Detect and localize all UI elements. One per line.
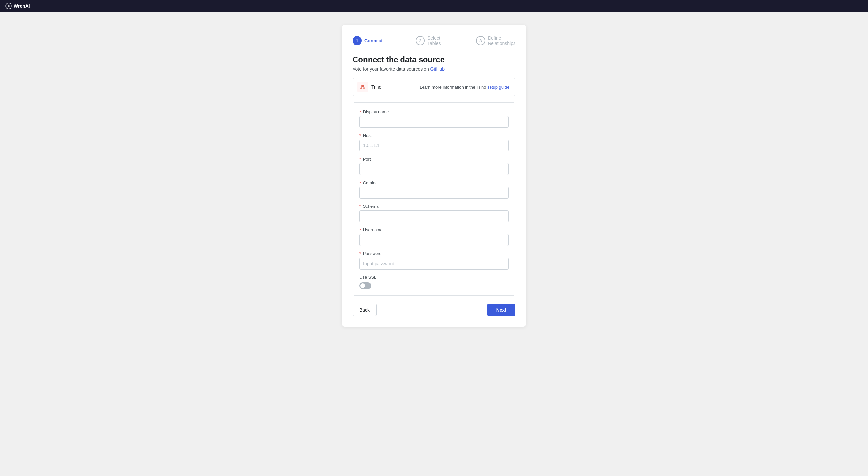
username-input[interactable] <box>360 234 508 246</box>
display-name-required-marker: * <box>360 109 361 114</box>
step-1-circle: 1 <box>352 36 362 45</box>
stepper: 1 Connect 2 Select Tables 3 Define Relat… <box>352 35 516 46</box>
connector-name: Trino <box>371 84 381 90</box>
svg-point-1 <box>362 85 364 87</box>
display-name-input[interactable] <box>360 116 508 128</box>
connector-selector: Trino Learn more information in the Trin… <box>352 78 516 96</box>
username-label: * Username <box>360 228 508 232</box>
catalog-label: * Catalog <box>360 180 508 185</box>
app-logo: WrenAI <box>5 3 30 9</box>
host-group: * Host <box>360 133 508 151</box>
step-divider-2 <box>446 41 473 41</box>
catalog-required-marker: * <box>360 180 361 185</box>
connector-help-prefix: Learn more information in the Trino <box>420 85 487 90</box>
connector-help: Learn more information in the Trino setu… <box>420 85 510 90</box>
svg-point-3 <box>363 87 365 89</box>
password-label: * Password <box>360 251 508 256</box>
password-group: * Password <box>360 251 508 270</box>
step-3: 3 Define Relationships <box>476 35 516 46</box>
trino-icon <box>358 82 368 92</box>
step-2-label: Select Tables <box>427 35 443 46</box>
schema-input[interactable] <box>360 210 508 222</box>
github-link[interactable]: GitHub. <box>430 66 446 72</box>
step-1-label: Connect <box>364 38 383 43</box>
setup-guide-link[interactable]: setup guide. <box>487 85 510 90</box>
host-required-marker: * <box>360 133 361 138</box>
ssl-toggle-slider <box>360 282 371 289</box>
schema-group: * Schema <box>360 204 508 222</box>
page-content: 1 Connect 2 Select Tables 3 Define Relat… <box>0 12 868 476</box>
ssl-toggle[interactable] <box>360 282 371 289</box>
step-2-number: 2 <box>419 38 421 43</box>
ssl-label: Use SSL <box>360 275 508 280</box>
step-divider-1 <box>385 41 413 41</box>
display-name-group: * Display name <box>360 109 508 128</box>
topbar: WrenAI <box>0 0 868 12</box>
wrenai-logo-icon <box>5 3 12 9</box>
connector-info: Trino <box>358 82 381 92</box>
trino-logo-icon <box>359 83 366 91</box>
display-name-label: * Display name <box>360 109 508 114</box>
step-3-label: Define Relationships <box>488 35 516 46</box>
page-title: Connect the data source <box>352 55 516 64</box>
connection-form: * Display name * Host * Port <box>352 102 516 296</box>
step-1-number: 1 <box>356 38 358 43</box>
catalog-group: * Catalog <box>360 180 508 199</box>
host-label: * Host <box>360 133 508 138</box>
app-name: WrenAI <box>14 3 30 8</box>
port-input[interactable] <box>360 163 508 175</box>
schema-required-marker: * <box>360 204 361 209</box>
schema-label: * Schema <box>360 204 508 209</box>
catalog-input[interactable] <box>360 187 508 199</box>
port-group: * Port <box>360 157 508 175</box>
ssl-group: Use SSL <box>360 275 508 289</box>
step-1: 1 Connect <box>352 36 383 45</box>
back-button[interactable]: Back <box>352 304 376 316</box>
subtitle-prefix: Vote for your favorite data sources on <box>352 66 430 72</box>
step-3-number: 3 <box>479 38 482 43</box>
host-input[interactable] <box>360 139 508 151</box>
step-2-circle: 2 <box>415 36 425 45</box>
step-2: 2 Select Tables <box>415 35 443 46</box>
username-group: * Username <box>360 228 508 246</box>
password-required-marker: * <box>360 251 361 256</box>
password-input[interactable] <box>360 258 508 270</box>
port-label: * Port <box>360 157 508 162</box>
svg-point-2 <box>361 87 362 89</box>
port-required-marker: * <box>360 157 361 162</box>
next-button[interactable]: Next <box>487 304 516 316</box>
step-3-circle: 3 <box>476 36 485 45</box>
card-footer: Back Next <box>352 304 516 316</box>
main-card: 1 Connect 2 Select Tables 3 Define Relat… <box>342 25 526 327</box>
username-required-marker: * <box>360 228 361 232</box>
page-subtitle: Vote for your favorite data sources on G… <box>352 66 516 72</box>
